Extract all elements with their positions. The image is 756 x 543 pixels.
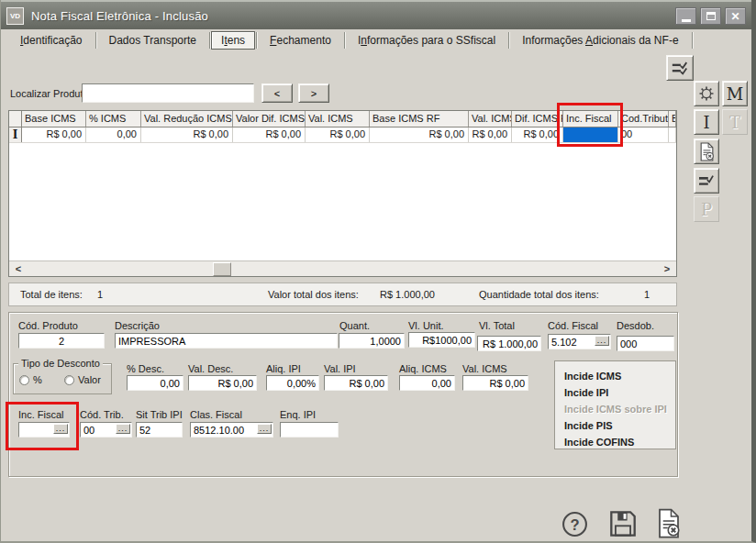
tab-bar: Identificação Dados Transporte Itens Fec… bbox=[1, 29, 751, 51]
cod-trib-browse-button[interactable]: ... bbox=[116, 424, 130, 434]
quantidade-total-label: Quantidade total dos itens: bbox=[479, 289, 599, 300]
maximize-button[interactable] bbox=[700, 7, 721, 25]
aliq-icms-field[interactable] bbox=[399, 375, 455, 391]
nota-fiscal-window: VD Nota Fiscal Eletrônica - Inclusão ✕ I… bbox=[0, 0, 756, 543]
scroll-left-arrow[interactable]: < bbox=[11, 261, 26, 276]
check-items-button[interactable] bbox=[666, 55, 694, 81]
tab-separator bbox=[95, 32, 96, 49]
vl-total-label: Vl. Total bbox=[479, 320, 515, 331]
column-header-base-icms[interactable]: Base ICMS bbox=[22, 111, 86, 127]
clas-fiscal-browse-button[interactable]: ... bbox=[257, 424, 272, 434]
cod-trib-label: Cód. Trib. bbox=[80, 409, 124, 420]
localizar-produto-input[interactable] bbox=[82, 83, 254, 103]
vl-total-field[interactable] bbox=[477, 336, 541, 351]
perc-desc-field[interactable] bbox=[127, 375, 183, 391]
help-button[interactable]: ? bbox=[561, 511, 588, 540]
gear-icon bbox=[697, 84, 716, 103]
cell-val-reducao-icms[interactable]: R$ 0,00 bbox=[141, 127, 233, 142]
cod-fiscal-browse-button[interactable]: ... bbox=[595, 336, 609, 346]
previous-item-button[interactable]: < bbox=[261, 83, 293, 103]
aliq-ipi-field[interactable] bbox=[266, 375, 319, 391]
m-letter-icon: M bbox=[727, 84, 743, 104]
cell-valor-dif-icms[interactable]: R$ 0,00 bbox=[233, 127, 306, 142]
i-button[interactable]: I bbox=[694, 109, 719, 135]
cell-dif-icms-rf[interactable]: R$ 0,00 bbox=[512, 127, 563, 142]
window-controls: ✕ bbox=[675, 7, 746, 25]
svg-text:?: ? bbox=[570, 516, 579, 534]
close-button[interactable]: ✕ bbox=[725, 7, 746, 25]
column-header-base-icms-rf[interactable]: Base ICMS RF bbox=[370, 111, 469, 127]
inc-fiscal-browse-button[interactable]: ... bbox=[53, 424, 68, 434]
cancel-document-button[interactable] bbox=[655, 508, 683, 541]
confirm-items-button[interactable] bbox=[694, 168, 719, 194]
cell-perc-icms[interactable]: 0,00 bbox=[86, 127, 141, 142]
aliq-ipi-label: Aliq. IPI bbox=[266, 363, 301, 374]
table-row: I R$ 0,00 0,00 R$ 0,00 R$ 0,00 R$ 0,00 R… bbox=[9, 127, 676, 143]
quant-field[interactable] bbox=[339, 333, 405, 349]
desdob-field[interactable] bbox=[617, 336, 674, 351]
cell-cod-tribut[interactable]: 00 bbox=[618, 127, 669, 142]
quantidade-total-value: 1 bbox=[644, 289, 650, 300]
tab-dados-transporte[interactable]: Dados Transporte bbox=[97, 31, 209, 50]
enq-ipi-label: Enq. IPI bbox=[280, 409, 316, 420]
vl-unit-field[interactable] bbox=[408, 332, 475, 348]
cell-val-icms[interactable]: R$ 0,00 bbox=[306, 127, 370, 142]
tab-separator bbox=[344, 32, 345, 49]
help-icon: ? bbox=[561, 511, 588, 537]
cell-val-icms-rf[interactable]: R$ 0,00 bbox=[469, 127, 512, 142]
cod-produto-label: Cód. Produto bbox=[18, 320, 78, 331]
aliq-icms-label: Aliq. ICMS bbox=[399, 363, 447, 374]
cell-base-icms[interactable]: R$ 0,00 bbox=[22, 127, 86, 142]
titlebar[interactable]: VD Nota Fiscal Eletrônica - Inclusão ✕ bbox=[1, 0, 751, 29]
cell-ba[interactable] bbox=[669, 127, 676, 142]
tab-informacoes-ssfiscal[interactable]: Informações para o SSfiscal bbox=[346, 31, 507, 50]
vl-unit-label: Vl. Unit. bbox=[408, 320, 444, 331]
tab-itens[interactable]: Itens bbox=[211, 31, 255, 50]
localizar-produto-label: Localizar Produto bbox=[10, 88, 89, 99]
tab-separator bbox=[692, 32, 693, 49]
save-button[interactable] bbox=[609, 510, 637, 540]
tab-identificacao[interactable]: Identificação bbox=[8, 31, 94, 50]
cell-inc-fiscal-selected[interactable] bbox=[563, 127, 618, 142]
sit-trib-ipi-label: Sit Trib IPI bbox=[136, 409, 183, 420]
val-desc-field[interactable] bbox=[188, 375, 257, 391]
column-header-val-icms[interactable]: Val. ICMS bbox=[306, 111, 370, 127]
sit-trib-ipi-field[interactable] bbox=[136, 422, 183, 438]
next-item-button[interactable]: > bbox=[298, 83, 329, 103]
incide-icms-item: Incide ICMS bbox=[564, 368, 675, 384]
val-icms-field[interactable] bbox=[462, 375, 528, 391]
column-header-perc-icms[interactable]: % ICMS bbox=[86, 111, 141, 127]
column-header-val-icms-rf[interactable]: Val. ICMS bbox=[469, 111, 512, 127]
column-header-val-reducao-icms[interactable]: Val. Redução ICMS bbox=[141, 111, 233, 127]
scroll-right-arrow[interactable]: > bbox=[660, 261, 674, 276]
config-button[interactable] bbox=[694, 81, 719, 106]
tab-informacoes-adicionais-nfe[interactable]: Informações Adicionais da NF-e bbox=[510, 31, 690, 50]
delete-document-button[interactable] bbox=[694, 139, 719, 164]
column-header-ba[interactable]: Ba bbox=[669, 111, 676, 127]
column-header-selector[interactable] bbox=[9, 111, 22, 127]
minimize-button[interactable] bbox=[675, 7, 696, 25]
tab-separator bbox=[508, 32, 509, 49]
radio-valor[interactable]: Valor bbox=[64, 374, 101, 385]
column-header-dif-icms-rf[interactable]: Dif. ICMS F bbox=[512, 111, 563, 127]
column-header-cod-tribut[interactable]: Cod.Tribut bbox=[618, 111, 669, 127]
tab-fechamento[interactable]: Fechamento bbox=[258, 31, 343, 50]
row-selector-cell[interactable]: I bbox=[9, 127, 22, 142]
column-header-valor-dif-icms[interactable]: Valor Dif. ICMS bbox=[233, 111, 306, 127]
incide-icms-sobre-ipi-item: Incide ICMS sobre IPI bbox=[564, 401, 675, 417]
scrollbar-thumb[interactable] bbox=[213, 262, 231, 276]
val-ipi-label: Val. IPI bbox=[324, 363, 356, 374]
column-header-inc-fiscal[interactable]: Inc. Fiscal bbox=[563, 111, 618, 127]
cell-base-icms-rf[interactable]: R$ 0,00 bbox=[370, 127, 469, 142]
radio-percent-label: % bbox=[33, 374, 42, 385]
radio-percent[interactable]: % bbox=[19, 374, 42, 385]
t-button-disabled: T bbox=[722, 109, 748, 135]
horizontal-scrollbar[interactable]: < > bbox=[9, 260, 676, 276]
descricao-field[interactable] bbox=[115, 333, 338, 349]
m-button[interactable]: M bbox=[722, 81, 748, 106]
save-floppy-icon bbox=[609, 510, 637, 537]
val-ipi-field[interactable] bbox=[324, 375, 388, 391]
enq-ipi-field[interactable] bbox=[280, 422, 339, 438]
cod-produto-field[interactable] bbox=[18, 333, 105, 349]
inc-fiscal-field-wrap: ... bbox=[18, 422, 70, 438]
